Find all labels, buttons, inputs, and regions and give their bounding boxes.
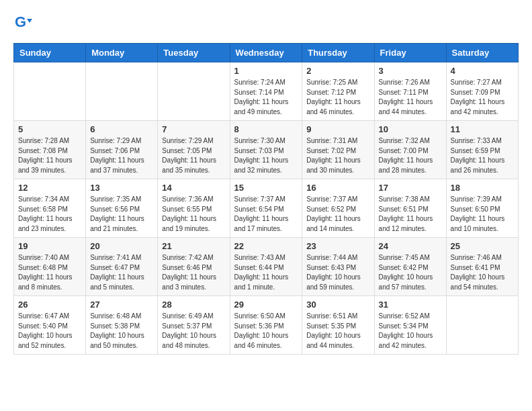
day-number: 10 <box>379 124 442 134</box>
weekday-header: Sunday <box>14 44 86 62</box>
day-info: Sunrise: 7:34 AM Sunset: 6:58 PM Dayligh… <box>18 195 81 234</box>
day-number: 20 <box>90 241 153 251</box>
day-number: 23 <box>306 241 369 251</box>
calendar-cell <box>158 62 230 121</box>
weekday-header: Saturday <box>446 44 518 62</box>
calendar-week-row: 12Sunrise: 7:34 AM Sunset: 6:58 PM Dayli… <box>14 179 519 238</box>
day-number: 8 <box>234 124 298 134</box>
day-info: Sunrise: 7:31 AM Sunset: 7:02 PM Dayligh… <box>306 136 369 175</box>
day-info: Sunrise: 6:50 AM Sunset: 5:36 PM Dayligh… <box>234 312 298 351</box>
day-number: 12 <box>18 183 81 193</box>
day-number: 22 <box>234 241 298 251</box>
calendar-cell: 16Sunrise: 7:37 AM Sunset: 6:52 PM Dayli… <box>302 179 374 238</box>
calendar-cell: 30Sunrise: 6:51 AM Sunset: 5:35 PM Dayli… <box>302 296 374 355</box>
calendar-week-row: 26Sunrise: 6:47 AM Sunset: 5:40 PM Dayli… <box>14 296 519 355</box>
calendar-cell: 19Sunrise: 7:40 AM Sunset: 6:48 PM Dayli… <box>14 238 86 296</box>
day-number: 4 <box>451 66 514 76</box>
day-info: Sunrise: 6:47 AM Sunset: 5:40 PM Dayligh… <box>18 312 81 351</box>
calendar-cell: 31Sunrise: 6:52 AM Sunset: 5:34 PM Dayli… <box>374 296 446 355</box>
calendar-cell: 1Sunrise: 7:24 AM Sunset: 7:14 PM Daylig… <box>230 62 302 121</box>
weekday-header: Thursday <box>302 44 374 62</box>
page-header: G <box>13 13 519 32</box>
calendar-cell: 29Sunrise: 6:50 AM Sunset: 5:36 PM Dayli… <box>230 296 302 355</box>
day-number: 6 <box>90 124 153 134</box>
calendar-cell: 18Sunrise: 7:39 AM Sunset: 6:50 PM Dayli… <box>446 179 518 238</box>
svg-marker-1 <box>27 19 32 23</box>
calendar-cell: 4Sunrise: 7:27 AM Sunset: 7:09 PM Daylig… <box>446 62 518 121</box>
day-number: 15 <box>234 183 298 193</box>
day-number: 28 <box>162 300 225 310</box>
calendar-cell: 15Sunrise: 7:37 AM Sunset: 6:54 PM Dayli… <box>230 179 302 238</box>
day-info: Sunrise: 6:49 AM Sunset: 5:37 PM Dayligh… <box>162 312 225 351</box>
day-number: 29 <box>234 300 298 310</box>
day-number: 19 <box>18 241 81 251</box>
calendar-cell: 17Sunrise: 7:38 AM Sunset: 6:51 PM Dayli… <box>374 179 446 238</box>
day-number: 16 <box>306 183 369 193</box>
weekday-header: Friday <box>374 44 446 62</box>
day-info: Sunrise: 7:29 AM Sunset: 7:05 PM Dayligh… <box>162 136 225 175</box>
day-number: 9 <box>306 124 369 134</box>
day-info: Sunrise: 6:52 AM Sunset: 5:34 PM Dayligh… <box>379 312 442 351</box>
day-number: 18 <box>451 183 514 193</box>
calendar-cell: 2Sunrise: 7:25 AM Sunset: 7:12 PM Daylig… <box>302 62 374 121</box>
weekday-header: Monday <box>86 44 158 62</box>
calendar-cell: 24Sunrise: 7:45 AM Sunset: 6:42 PM Dayli… <box>374 238 446 296</box>
day-info: Sunrise: 7:40 AM Sunset: 6:48 PM Dayligh… <box>18 253 81 292</box>
day-info: Sunrise: 7:33 AM Sunset: 6:59 PM Dayligh… <box>451 136 514 175</box>
day-info: Sunrise: 6:51 AM Sunset: 5:35 PM Dayligh… <box>306 312 369 351</box>
calendar-cell: 21Sunrise: 7:42 AM Sunset: 6:46 PM Dayli… <box>158 238 230 296</box>
day-number: 21 <box>162 241 225 251</box>
day-info: Sunrise: 7:42 AM Sunset: 6:46 PM Dayligh… <box>162 253 225 292</box>
day-number: 17 <box>379 183 442 193</box>
day-number: 1 <box>234 66 298 76</box>
day-info: Sunrise: 7:44 AM Sunset: 6:43 PM Dayligh… <box>306 253 369 292</box>
day-info: Sunrise: 7:26 AM Sunset: 7:11 PM Dayligh… <box>379 78 442 117</box>
day-info: Sunrise: 7:35 AM Sunset: 6:56 PM Dayligh… <box>90 195 153 234</box>
svg-text:G: G <box>15 13 26 30</box>
calendar-cell: 8Sunrise: 7:30 AM Sunset: 7:03 PM Daylig… <box>230 121 302 179</box>
day-info: Sunrise: 7:38 AM Sunset: 6:51 PM Dayligh… <box>379 195 442 234</box>
day-info: Sunrise: 7:46 AM Sunset: 6:41 PM Dayligh… <box>451 253 514 292</box>
calendar-header-row: SundayMondayTuesdayWednesdayThursdayFrid… <box>14 44 519 62</box>
day-number: 5 <box>18 124 81 134</box>
day-number: 24 <box>379 241 442 251</box>
calendar-cell: 11Sunrise: 7:33 AM Sunset: 6:59 PM Dayli… <box>446 121 518 179</box>
calendar-cell: 23Sunrise: 7:44 AM Sunset: 6:43 PM Dayli… <box>302 238 374 296</box>
calendar-cell: 7Sunrise: 7:29 AM Sunset: 7:05 PM Daylig… <box>158 121 230 179</box>
calendar-week-row: 5Sunrise: 7:28 AM Sunset: 7:08 PM Daylig… <box>14 121 519 179</box>
calendar-cell: 22Sunrise: 7:43 AM Sunset: 6:44 PM Dayli… <box>230 238 302 296</box>
calendar-cell: 9Sunrise: 7:31 AM Sunset: 7:02 PM Daylig… <box>302 121 374 179</box>
weekday-header: Wednesday <box>230 44 302 62</box>
day-number: 27 <box>90 300 153 310</box>
day-number: 30 <box>306 300 369 310</box>
day-number: 14 <box>162 183 225 193</box>
day-info: Sunrise: 7:30 AM Sunset: 7:03 PM Dayligh… <box>234 136 298 175</box>
day-number: 25 <box>451 241 514 251</box>
day-info: Sunrise: 7:43 AM Sunset: 6:44 PM Dayligh… <box>234 253 298 292</box>
calendar-cell: 3Sunrise: 7:26 AM Sunset: 7:11 PM Daylig… <box>374 62 446 121</box>
day-number: 3 <box>379 66 442 76</box>
day-info: Sunrise: 6:48 AM Sunset: 5:38 PM Dayligh… <box>90 312 153 351</box>
calendar-cell: 5Sunrise: 7:28 AM Sunset: 7:08 PM Daylig… <box>14 121 86 179</box>
calendar-cell: 10Sunrise: 7:32 AM Sunset: 7:00 PM Dayli… <box>374 121 446 179</box>
calendar-cell <box>14 62 86 121</box>
weekday-header: Tuesday <box>158 44 230 62</box>
calendar-cell <box>446 296 518 355</box>
day-info: Sunrise: 7:45 AM Sunset: 6:42 PM Dayligh… <box>379 253 442 292</box>
calendar-cell: 13Sunrise: 7:35 AM Sunset: 6:56 PM Dayli… <box>86 179 158 238</box>
day-number: 7 <box>162 124 225 134</box>
calendar-table: SundayMondayTuesdayWednesdayThursdayFrid… <box>13 43 519 355</box>
calendar-week-row: 1Sunrise: 7:24 AM Sunset: 7:14 PM Daylig… <box>14 62 519 121</box>
day-number: 31 <box>379 300 442 310</box>
calendar-cell: 26Sunrise: 6:47 AM Sunset: 5:40 PM Dayli… <box>14 296 86 355</box>
day-info: Sunrise: 7:41 AM Sunset: 6:47 PM Dayligh… <box>90 253 153 292</box>
calendar-week-row: 19Sunrise: 7:40 AM Sunset: 6:48 PM Dayli… <box>14 238 519 296</box>
calendar-cell: 6Sunrise: 7:29 AM Sunset: 7:06 PM Daylig… <box>86 121 158 179</box>
day-info: Sunrise: 7:37 AM Sunset: 6:54 PM Dayligh… <box>234 195 298 234</box>
calendar-cell: 12Sunrise: 7:34 AM Sunset: 6:58 PM Dayli… <box>14 179 86 238</box>
day-info: Sunrise: 7:28 AM Sunset: 7:08 PM Dayligh… <box>18 136 81 175</box>
day-number: 11 <box>451 124 514 134</box>
calendar-cell: 27Sunrise: 6:48 AM Sunset: 5:38 PM Dayli… <box>86 296 158 355</box>
day-info: Sunrise: 7:27 AM Sunset: 7:09 PM Dayligh… <box>451 78 514 117</box>
logo-icon: G <box>13 13 32 32</box>
